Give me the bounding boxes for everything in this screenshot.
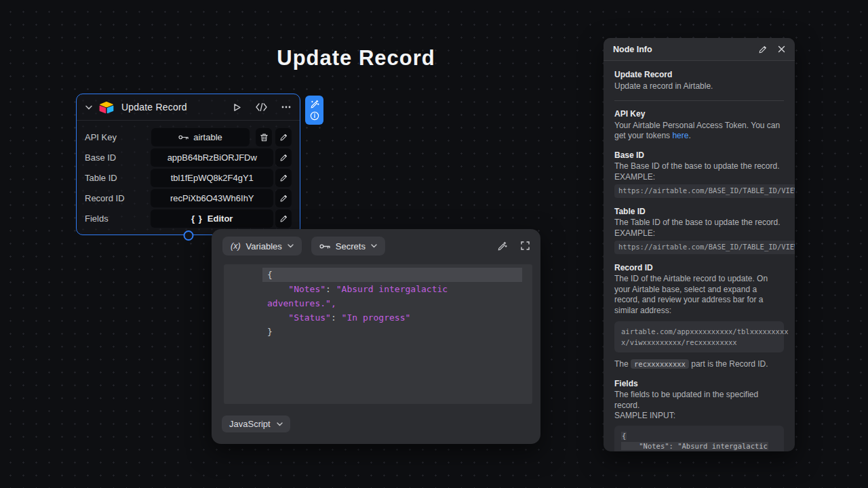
sample-code-line: { bbox=[621, 431, 777, 441]
tokens-link[interactable]: here bbox=[672, 131, 688, 140]
section-table-id: Table ID The Table ID of the base to upd… bbox=[614, 207, 784, 254]
record-id-section-desc: The ID of the Airtable record to update.… bbox=[614, 274, 784, 316]
record-id-note: The recxxxxxxxxx part is the Record ID. bbox=[614, 359, 784, 370]
address-example-code: airtable.com/appxxxxxxxxxx/tblxxxxxxxxx … bbox=[614, 321, 784, 352]
section-overview: Update Record Update a record in Airtabl… bbox=[614, 70, 784, 92]
chevron-down-icon bbox=[371, 244, 377, 248]
section-fields: Fields The fields to be updated in the s… bbox=[614, 379, 784, 452]
node-fields: API Key airtable Base ID appB64bRzBiORJF… bbox=[77, 121, 300, 236]
fullscreen-icon bbox=[521, 241, 530, 250]
fields-code-editor-panel: (x) Variables Secrets { "Notes": "Abs bbox=[212, 229, 540, 444]
edit-api-key-button[interactable] bbox=[275, 128, 292, 146]
row-api-key: API Key airtable bbox=[85, 128, 292, 146]
node-info-title: Node Info bbox=[613, 45, 748, 54]
sample-input-label: SAMPLE INPUT: bbox=[614, 411, 784, 422]
node-info-panel: Node Info Update Record Update a record … bbox=[604, 38, 795, 451]
magic-pencil-icon bbox=[310, 100, 319, 109]
close-icon bbox=[778, 45, 785, 53]
code-line: } bbox=[262, 325, 522, 339]
table-id-text: tbl1fEpWQ8k2F4gY1 bbox=[171, 173, 254, 183]
flow-canvas[interactable]: Update Record Update Record bbox=[0, 0, 868, 488]
sample-code-line: adventures.", bbox=[621, 451, 777, 452]
code-line: adventures.", bbox=[262, 296, 522, 310]
airtable-logo-icon bbox=[99, 101, 114, 114]
info-icon bbox=[310, 111, 319, 121]
node-header: Update Record bbox=[77, 94, 300, 121]
fields-section-desc: The fields to be updated in the specifie… bbox=[614, 390, 784, 411]
record-id-value[interactable]: recPiXb6O43Wh6IhY bbox=[151, 189, 273, 207]
api-key-section-desc: Your Airtable Personal Access Token. You… bbox=[614, 121, 784, 142]
secrets-dropdown[interactable]: Secrets bbox=[311, 237, 385, 256]
language-dropdown[interactable]: JavaScript bbox=[222, 415, 290, 432]
edit-record-id-button[interactable] bbox=[275, 189, 292, 207]
pencil-icon bbox=[759, 45, 767, 54]
edit-fields-button[interactable] bbox=[275, 209, 292, 228]
edit-base-id-button[interactable] bbox=[275, 148, 292, 167]
key-icon bbox=[319, 243, 330, 249]
table-id-section-desc: The Table ID of the base to update the r… bbox=[614, 218, 784, 228]
node-title: Update Record bbox=[121, 102, 219, 113]
base-id-section-desc: The Base ID of the base to update the re… bbox=[614, 161, 784, 172]
section-record-id: Record ID The ID of the Airtable record … bbox=[614, 263, 784, 370]
row-table-id: Table ID tbl1fEpWQ8k2F4gY1 bbox=[85, 169, 292, 187]
section-base-id: Base ID The Base ID of the base to updat… bbox=[614, 150, 784, 198]
more-options-button[interactable] bbox=[281, 106, 291, 108]
output-connector-handle[interactable] bbox=[183, 230, 193, 241]
collapse-chevron-icon[interactable] bbox=[85, 105, 92, 110]
row-record-id: Record ID recPiXb6O43Wh6IhY bbox=[85, 189, 292, 207]
table-id-label: Table ID bbox=[85, 173, 151, 183]
variables-label: Variables bbox=[246, 241, 282, 251]
code-view-button[interactable] bbox=[256, 103, 267, 111]
ai-generate-button[interactable] bbox=[497, 241, 507, 251]
api-key-value[interactable]: airtable bbox=[151, 128, 250, 146]
base-id-label: Base ID bbox=[85, 152, 151, 163]
code-line: { bbox=[262, 268, 522, 282]
example-label: EXAMPLE: bbox=[614, 228, 784, 239]
ai-edit-button[interactable] bbox=[310, 100, 319, 109]
record-id-text: recPiXb6O43Wh6IhY bbox=[170, 193, 254, 203]
divider bbox=[614, 100, 784, 101]
api-key-section-title: API Key bbox=[614, 109, 784, 120]
section-api-key: API Key Your Airtable Personal Access To… bbox=[614, 109, 784, 142]
pencil-icon bbox=[280, 195, 288, 202]
overview-description: Update a record in Airtable. bbox=[614, 81, 784, 92]
braces-icon: { } bbox=[191, 214, 203, 224]
variables-glyph: (x) bbox=[231, 241, 241, 251]
example-url-code: https://airtable.com/BASE_ID/TABLE_ID/VI… bbox=[614, 184, 795, 198]
edit-table-id-button[interactable] bbox=[275, 169, 292, 187]
base-id-text: appB64bRzBiORJFDw bbox=[167, 152, 257, 163]
magic-pencil-icon bbox=[497, 241, 507, 251]
api-key-text: airtable bbox=[193, 132, 222, 142]
row-base-id: Base ID appB64bRzBiORJFDw bbox=[85, 148, 292, 167]
fields-label: Fields bbox=[85, 214, 151, 224]
chevron-down-icon bbox=[288, 244, 294, 248]
record-id-section-title: Record ID bbox=[614, 263, 784, 274]
sample-input-code: { "Notes": "Absurd intergalactic adventu… bbox=[614, 426, 784, 452]
delete-api-key-button[interactable] bbox=[256, 128, 272, 146]
fields-editor-button[interactable]: { } Editor bbox=[151, 209, 273, 228]
rec-chip: recxxxxxxxxx bbox=[631, 359, 689, 369]
close-panel-button[interactable] bbox=[778, 45, 785, 53]
trash-icon bbox=[260, 134, 268, 142]
edit-info-button[interactable] bbox=[759, 45, 767, 54]
pencil-icon bbox=[280, 134, 288, 141]
sample-code-line: "Notes": "Absurd intergalactic bbox=[621, 441, 777, 451]
code-input[interactable]: { "Notes": "Absurd intergalactic adventu… bbox=[224, 264, 532, 404]
table-id-section-title: Table ID bbox=[614, 207, 784, 218]
fields-editor-text: Editor bbox=[208, 214, 233, 224]
run-node-button[interactable] bbox=[233, 103, 241, 112]
chevron-down-icon bbox=[277, 422, 283, 426]
secrets-label: Secrets bbox=[336, 241, 366, 251]
pencil-icon bbox=[280, 154, 288, 161]
row-fields: Fields { } Editor bbox=[85, 209, 292, 228]
base-id-value[interactable]: appB64bRzBiORJFDw bbox=[151, 148, 273, 167]
variables-dropdown[interactable]: (x) Variables bbox=[222, 237, 302, 256]
update-record-node[interactable]: Update Record API Key airtable bbox=[76, 94, 300, 235]
pencil-icon bbox=[280, 215, 288, 222]
table-id-value[interactable]: tbl1fEpWQ8k2F4gY1 bbox=[151, 169, 273, 187]
info-button[interactable] bbox=[310, 111, 319, 121]
node-info-header: Node Info bbox=[604, 38, 795, 61]
language-label: JavaScript bbox=[229, 419, 271, 429]
key-icon bbox=[178, 134, 189, 140]
expand-editor-button[interactable] bbox=[521, 241, 530, 251]
